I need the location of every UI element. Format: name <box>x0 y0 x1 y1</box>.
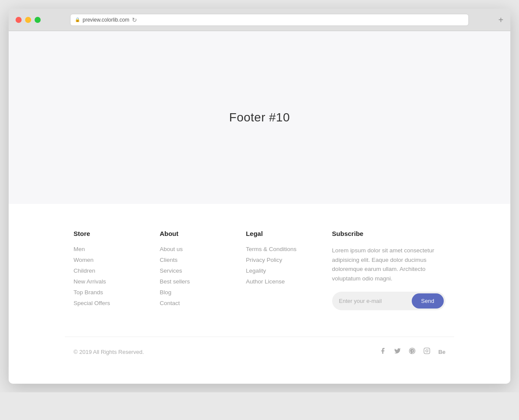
page-hero: Footer #10 <box>9 31 510 204</box>
new-tab-button[interactable]: + <box>498 16 503 24</box>
about-link-blog[interactable]: Blog <box>160 289 228 296</box>
send-button[interactable]: Send <box>412 293 444 309</box>
store-heading: Store <box>74 230 142 237</box>
store-link-women[interactable]: Women <box>74 257 142 263</box>
footer-bottom: © 2019 All Rights Reserved. Be <box>65 337 454 366</box>
svg-rect-0 <box>424 348 430 353</box>
behance-icon[interactable]: Be <box>438 349 445 355</box>
subscribe-description: Lorem ipsum dolor sit amet consectetur a… <box>332 246 445 283</box>
footer-legal-column: Legal Terms & Conditions Privacy Policy … <box>246 230 314 311</box>
about-link-about-us[interactable]: About us <box>160 246 228 252</box>
store-link-top-brands[interactable]: Top Brands <box>74 289 142 296</box>
twitter-icon[interactable] <box>394 347 401 356</box>
social-links: Be <box>379 347 445 356</box>
footer-store-column: Store Men Women Children New Arrivals To… <box>74 230 142 311</box>
instagram-icon[interactable] <box>423 347 430 356</box>
facebook-icon[interactable] <box>379 347 386 356</box>
legal-link-legality[interactable]: Legality <box>246 267 314 274</box>
subscribe-heading: Subscribe <box>332 230 445 237</box>
minimize-button[interactable] <box>25 17 31 23</box>
pinterest-icon[interactable] <box>409 347 416 356</box>
store-link-men[interactable]: Men <box>74 246 142 252</box>
url-text: preview.colorlib.com <box>83 17 129 23</box>
about-link-services[interactable]: Services <box>160 267 228 274</box>
maximize-button[interactable] <box>35 17 41 23</box>
store-link-special-offers[interactable]: Special Offers <box>74 300 142 306</box>
about-link-best-sellers[interactable]: Best sellers <box>160 278 228 285</box>
legal-heading: Legal <box>246 230 314 237</box>
legal-link-privacy[interactable]: Privacy Policy <box>246 257 314 263</box>
about-heading: About <box>160 230 228 237</box>
browser-window: 🔒 preview.colorlib.com ↻ + Footer #10 St… <box>9 9 510 384</box>
footer-subscribe-column: Subscribe Lorem ipsum dolor sit amet con… <box>332 230 445 311</box>
address-bar[interactable]: 🔒 preview.colorlib.com ↻ <box>70 14 469 26</box>
page-title: Footer #10 <box>229 111 290 124</box>
legal-link-author-license[interactable]: Author License <box>246 278 314 285</box>
footer: Store Men Women Children New Arrivals To… <box>9 204 510 384</box>
browser-titlebar: 🔒 preview.colorlib.com ↻ + <box>9 9 510 31</box>
store-link-new-arrivals[interactable]: New Arrivals <box>74 278 142 285</box>
email-input[interactable] <box>339 298 412 304</box>
subscribe-form: Send <box>332 292 445 310</box>
lock-icon: 🔒 <box>75 17 80 22</box>
close-button[interactable] <box>16 17 22 23</box>
about-link-clients[interactable]: Clients <box>160 257 228 263</box>
refresh-button[interactable]: ↻ <box>132 16 137 23</box>
about-link-contact[interactable]: Contact <box>160 300 228 306</box>
store-link-children[interactable]: Children <box>74 267 142 274</box>
footer-about-column: About About us Clients Services Best sel… <box>160 230 228 311</box>
copyright-text: © 2019 All Rights Reserved. <box>74 349 144 355</box>
legal-link-terms[interactable]: Terms & Conditions <box>246 246 314 252</box>
footer-columns: Store Men Women Children New Arrivals To… <box>65 230 454 337</box>
